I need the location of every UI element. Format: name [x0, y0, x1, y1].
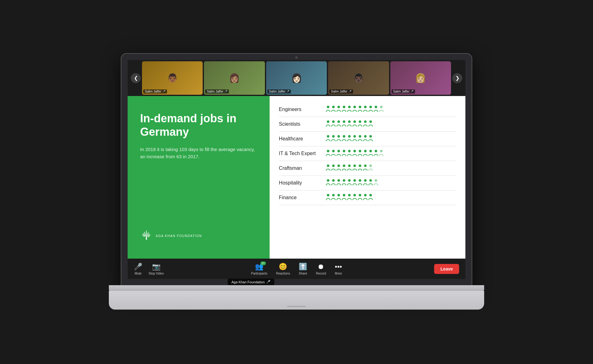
prev-arrow-button[interactable]: ❮ [131, 73, 141, 83]
svg-point-65 [369, 179, 372, 182]
job-label: IT & Tech Expert [279, 151, 320, 156]
person-icon [368, 105, 373, 114]
svg-point-34 [359, 135, 361, 138]
stop-video-button[interactable]: 📷 Stop Video [149, 263, 164, 275]
mute-button[interactable]: 🎤 Mute [134, 263, 142, 275]
person-icon [331, 194, 336, 202]
person-icon [358, 194, 362, 202]
svg-point-10 [337, 106, 340, 108]
person-icon [363, 120, 367, 128]
svg-point-37 [327, 150, 329, 152]
svg-point-16 [369, 106, 372, 108]
logo-text: AGA KHAN FOUNDATION [156, 234, 202, 238]
screen: ❮ 👨🏾 Salim Jaffer 🎤 👩🏽 Salim Jaffer [128, 60, 465, 279]
person-icon [363, 149, 367, 158]
toolbar-center: 👥 37 Participants 😊 Reactions ⬆️ Share [251, 263, 342, 275]
person-icon [342, 135, 346, 143]
person-icon [363, 194, 367, 202]
svg-point-45 [369, 150, 372, 152]
svg-point-66 [375, 179, 377, 182]
svg-point-9 [332, 106, 335, 108]
person-icon [347, 149, 352, 158]
speaker-mic-icon: 🎤 [266, 280, 271, 284]
laptop-screen-bezel: ❮ 👨🏾 Salim Jaffer 🎤 👩🏽 Salim Jaffer [121, 54, 472, 285]
person-icon [352, 120, 357, 128]
participants-button[interactable]: 👥 37 Participants [251, 263, 267, 275]
mute-label: Mute [134, 272, 141, 275]
svg-rect-7 [146, 237, 147, 240]
svg-point-17 [375, 106, 377, 108]
svg-point-41 [348, 150, 351, 152]
person-icon [342, 120, 346, 128]
jobs-chart: Engineers [279, 102, 456, 205]
laptop-feet [109, 291, 484, 310]
job-label: Scientists [279, 121, 320, 127]
svg-point-42 [353, 150, 356, 152]
svg-point-18 [380, 106, 383, 108]
main-content: In-demand jobs in Germany In 2018 it is … [128, 96, 465, 259]
record-icon: ⏺ [317, 263, 324, 271]
person-icon-partial [368, 164, 373, 172]
svg-point-35 [364, 135, 367, 138]
person-icon [368, 120, 373, 128]
person-icon [342, 105, 346, 114]
person-icon [342, 149, 346, 158]
person-icon [347, 105, 352, 114]
svg-point-75 [369, 194, 372, 196]
mic-muted-icon: 🎤 [348, 90, 352, 93]
person-icon [342, 194, 346, 202]
slide-subtitle: In 2018 it is taking 103 days to fill th… [140, 146, 257, 160]
record-button[interactable]: ⏺ Record [316, 263, 326, 275]
svg-rect-0 [146, 230, 147, 237]
svg-point-25 [359, 120, 361, 123]
participant-tile: 👩🏽 Salim Jaffer 🎤 [204, 61, 265, 95]
svg-point-30 [337, 135, 340, 138]
slide-title: In-demand jobs in Germany [140, 112, 257, 139]
reactions-button[interactable]: 😊 Reactions [276, 263, 290, 275]
svg-point-23 [348, 120, 351, 123]
svg-point-22 [343, 120, 345, 123]
person-icon [342, 179, 346, 187]
toolbar-right: Leave [434, 264, 459, 274]
svg-point-51 [343, 164, 345, 167]
svg-point-33 [353, 135, 356, 138]
participants-icon-wrap: 👥 37 [255, 263, 263, 271]
record-label: Record [316, 272, 326, 275]
share-button[interactable]: ⬆️ Share [299, 263, 307, 275]
job-icons [326, 135, 373, 143]
person-icon [331, 149, 336, 158]
leave-button[interactable]: Leave [434, 264, 459, 274]
person-icon [347, 164, 352, 172]
participant-tile: 👩🏻 Salim Jaffer 🎤 [266, 61, 327, 95]
person-icon [358, 105, 362, 114]
person-icon-partial [379, 105, 383, 114]
more-label: More [335, 272, 342, 275]
reactions-icon: 😊 [279, 263, 287, 271]
svg-point-24 [353, 120, 356, 123]
person-icon [352, 149, 357, 158]
svg-point-64 [364, 179, 367, 182]
svg-point-73 [359, 194, 361, 196]
svg-point-55 [364, 164, 367, 167]
person-icon [347, 120, 352, 128]
laptop-bottom [109, 285, 484, 310]
person-icon [352, 179, 357, 187]
svg-point-48 [327, 164, 329, 167]
speaker-name: Aga Khan Foundation [231, 280, 265, 284]
person-icon [331, 179, 336, 187]
person-icon [352, 105, 357, 114]
video-icon: 📷 [152, 263, 160, 271]
mic-muted-icon: 🎤 [410, 90, 413, 93]
person-icon-partial [379, 149, 383, 158]
job-label: Finance [279, 195, 320, 200]
svg-point-28 [327, 135, 329, 138]
toolbar: 🎤 Mute 📷 Stop Video 👥 37 Partici [128, 259, 465, 279]
svg-point-13 [353, 106, 356, 108]
svg-point-71 [348, 194, 351, 196]
more-button[interactable]: ••• More [335, 263, 342, 275]
share-icon: ⬆️ [299, 263, 307, 271]
svg-point-19 [327, 120, 329, 123]
slide-text-block: In-demand jobs in Germany In 2018 it is … [140, 112, 257, 160]
next-arrow-button[interactable]: ❯ [452, 73, 462, 83]
slide-right-panel: Engineers [270, 96, 465, 259]
